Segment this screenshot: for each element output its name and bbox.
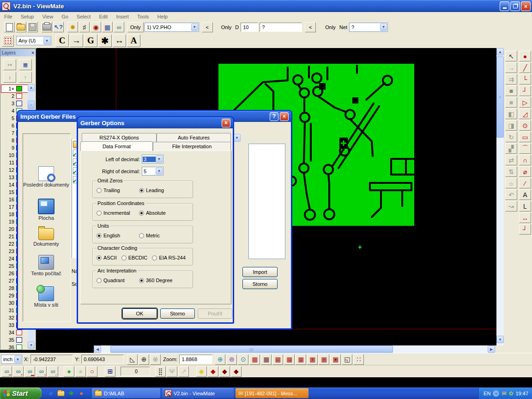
pad-mode-icon[interactable]: ◆ [208,366,218,377]
prev-d-button[interactable]: < [305,22,316,32]
chevron-down-icon[interactable]: ▼ [191,24,198,31]
close-icon[interactable]: × [222,119,230,127]
grid-icon[interactable]: ▦ [261,354,272,365]
only-d-label[interactable]: Only [219,24,234,30]
left-of-decimal-select[interactable]: 3 ▼ [142,155,163,163]
radio-unselected-icon[interactable] [97,188,102,193]
book-icon[interactable]: ❖ [67,390,75,397]
select-cursor-icon[interactable]: ↖ [505,51,517,61]
menu-insert[interactable]: Insert [112,13,133,20]
layer-color-swatch[interactable] [16,86,22,91]
dcode-c-button[interactable]: C [55,34,69,47]
place-computer[interactable]: Tento počítač [23,255,69,276]
dimension-icon[interactable]: ↔ [519,212,531,223]
only-layer-button[interactable]: Only [127,22,144,32]
filter-select[interactable]: Any (U)▼ [16,36,51,45]
language-indicator[interactable]: EN [484,391,490,396]
select-area-icon[interactable]: ◱ [342,354,352,365]
place-desktop[interactable]: Plocha [23,199,69,221]
tab-file-interpretation[interactable]: File Interpretation [153,142,231,151]
select-group-icon[interactable]: ⇉ [505,74,517,85]
mirror-y-icon[interactable]: ◨ [505,120,517,131]
goto-button[interactable]: → [70,34,83,47]
ie-icon[interactable]: e [47,390,54,397]
flash-button[interactable]: ✱ [98,34,112,47]
text-button[interactable]: A [127,34,140,47]
start-button[interactable]: Start [0,387,42,399]
chevron-down-icon[interactable]: ▼ [43,37,50,44]
draw-circle-icon[interactable]: ⊙ [519,120,531,131]
radio-trailing[interactable]: Trailing [97,187,134,193]
draw-curve-icon[interactable]: ∩ [519,155,531,165]
highlight-off-icon[interactable]: ● [75,366,86,377]
layer-select[interactable]: 1) V2.PHO▼ [145,23,199,32]
layer-color-swatch[interactable] [16,345,22,350]
scroll-up-button[interactable]: ▲ [496,48,504,55]
explode-icon[interactable]: ▞ [505,143,517,154]
close-icon[interactable]: × [280,112,289,121]
save-file-button[interactable] [27,22,38,32]
minimize-button[interactable] [500,1,509,11]
view-layers-icon[interactable]: ∞ •• [1,366,12,377]
draw-diameter-icon[interactable]: ⌀ [519,166,531,177]
chevron-down-icon[interactable]: ▼ [14,356,21,363]
radio-selected-icon[interactable] [139,211,144,216]
draw-rectangle-icon[interactable]: ▭ [519,132,531,142]
layers-scroll-down-button[interactable]: ▼ [28,342,35,349]
d-filter-field[interactable]: ? [260,23,302,32]
zoom-window-icon[interactable]: ⊙ [238,354,248,365]
zoom-in-icon[interactable]: ⊕ [215,354,225,365]
import-button[interactable]: Import [242,267,278,277]
ok-button[interactable]: OK [122,308,157,319]
redraw-icon[interactable]: ✹ [67,22,78,32]
chevron-down-icon[interactable]: ▼ [156,156,163,163]
look-in-chevron-icon[interactable]: ▼ [233,134,241,142]
radio-leading[interactable]: Leading [139,187,164,193]
view-trace-icon[interactable]: ∞ ▪ [36,366,47,377]
help-icon[interactable]: ? [270,112,278,121]
radio-360-degree[interactable]: 360 Degree [139,278,173,283]
aperture-table-icon[interactable]: ⊞ [105,366,115,377]
place-network[interactable]: Místa v síti [23,286,69,308]
print-button[interactable] [42,22,52,32]
context-help-button[interactable]: ↖? [53,22,64,32]
view-lines-icon[interactable]: ∞ ≡ [13,366,24,377]
layer-up-button[interactable]: ↑ [19,72,32,83]
radio-unselected-icon[interactable] [152,255,157,260]
radio-ebcdic[interactable]: EBCDIC [121,255,148,260]
draw-route-icon[interactable]: ┘ [519,85,531,96]
d-value-field[interactable]: 10 [241,23,258,32]
layer-colors-button[interactable]: ▦ [19,59,32,70]
radio-selected-icon[interactable] [97,255,102,260]
menu-view[interactable]: View [38,13,57,20]
scroll-right-button[interactable]: ▶ [488,345,495,353]
layers-scroll-thumb[interactable]: ≡ [28,101,35,109]
settings-gear-icon[interactable]: ☼ [505,178,517,188]
menu-file[interactable]: File [0,13,17,20]
radio-selected-icon[interactable] [139,188,144,193]
taskbar-task-1[interactable]: D:\MLAB [92,388,160,398]
merge-icon[interactable]: ↝ [505,201,517,212]
tab-data-format[interactable]: Data Format [80,141,153,151]
taskbar-task-3[interactable]: ✉[191-482-091] - Mess... [236,388,308,398]
radio-absolute[interactable]: Absolute [139,210,166,216]
offset-grid-icon[interactable]: ▦ ▪ [330,354,341,365]
layer-color-swatch[interactable] [16,101,22,106]
radio-metric[interactable]: Metric [139,233,160,238]
right-of-decimal-select[interactable]: 5 ▼ [142,167,163,175]
pan-up-icon[interactable]: ▦ ↑ [307,354,318,365]
scroll-left-button[interactable]: ◀ [94,345,101,353]
taskbar-task-2[interactable]: V2.bin - ViewMate [162,388,234,398]
snap-grid-icon[interactable]: ⣿ [155,366,166,377]
layers-scroll-up-button[interactable]: ▲ [28,84,35,91]
horizontal-scroll-thumb[interactable]: ||| [110,345,393,353]
radio-selected-icon[interactable] [97,233,102,238]
draw-mode-icon[interactable]: ◆ [219,366,230,377]
menu-setup[interactable]: Setup [17,13,38,20]
close-button[interactable]: × [521,1,531,11]
sketch-icon[interactable]: ∕ [519,178,531,188]
rotate-icon[interactable]: ↻ [505,132,517,142]
tab-rs274x[interactable]: RS274-X Options [82,133,157,142]
mixed-mode-icon[interactable]: ◆ [231,366,242,377]
swap-button[interactable]: ↔ [113,34,126,47]
